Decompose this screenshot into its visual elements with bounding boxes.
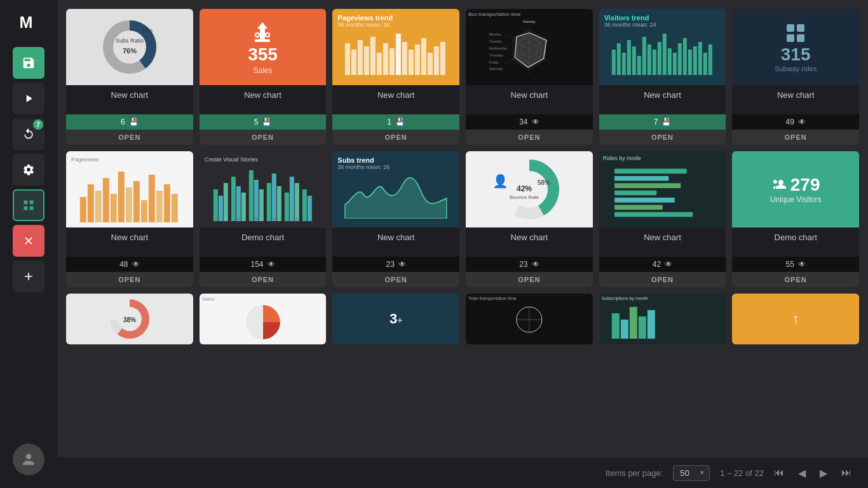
- pagination-last[interactable]: ⏭: [837, 466, 855, 480]
- svg-text:24%: 24%: [141, 27, 153, 34]
- chart-open-2[interactable]: OPEN: [200, 130, 327, 145]
- svg-rect-80: [149, 175, 155, 222]
- chart-open-10[interactable]: OPEN: [466, 272, 593, 287]
- svg-rect-125: [620, 320, 628, 339]
- card3-title: Pageviews trend: [337, 14, 454, 22]
- svg-rect-94: [271, 173, 276, 221]
- svg-rect-73: [95, 191, 102, 222]
- svg-marker-40: [515, 33, 546, 67]
- svg-rect-69: [787, 34, 794, 42]
- sidebar-btn-play[interactable]: [13, 83, 44, 114]
- sidebar-btn-add[interactable]: [13, 261, 44, 292]
- pagination-prev[interactable]: ◀: [794, 466, 810, 480]
- chart-open-1[interactable]: OPEN: [66, 130, 193, 145]
- chart-save-icon-1: 💾: [129, 118, 139, 126]
- chart-view-icon-10: 👁: [532, 260, 539, 269]
- svg-rect-78: [133, 181, 140, 222]
- chart-card-9: Subs trend 36 months mean: 26 New chart …: [332, 151, 459, 287]
- svg-text:Jan: Jan: [215, 217, 220, 220]
- card3-subtitle: 36 months mean: 26: [337, 22, 454, 28]
- chart-stat-num-3: 1: [387, 118, 391, 126]
- chart-open-5[interactable]: OPEN: [599, 130, 726, 145]
- chart-preview-5: Visitors trend 36 months mean: 24: [599, 9, 726, 85]
- pagination-range: 1 – 22 of 22: [720, 468, 764, 478]
- svg-rect-99: [302, 189, 306, 221]
- chart-title-area-2: New chart: [200, 85, 327, 108]
- items-per-page-select[interactable]: 50 25 100: [673, 465, 710, 481]
- card7-title: Pageviews: [71, 156, 188, 163]
- chart-card-5: Visitors trend 36 months mean: 24: [599, 9, 726, 145]
- pagination-first[interactable]: ⏮: [770, 466, 788, 480]
- card6-label: Subway rides: [775, 65, 817, 72]
- chart-stats-3: 1 💾: [332, 114, 459, 130]
- svg-text:Feb: Feb: [234, 217, 240, 220]
- chart-view-icon-11: 👁: [665, 260, 672, 269]
- svg-rect-127: [638, 316, 646, 339]
- chart-card-17: Subscriptions by month: [599, 294, 726, 344]
- chart-title-area-9: New chart: [332, 227, 459, 250]
- svg-rect-113: [614, 183, 681, 188]
- svg-rect-55: [652, 50, 656, 75]
- chart-card-10: 42% Bounce Rate 58% 👤 New chart 23 👁: [466, 151, 593, 287]
- chart-preview-15: 3+: [332, 294, 459, 344]
- items-per-page-label: Items per page:: [606, 468, 663, 478]
- svg-rect-26: [428, 53, 433, 75]
- svg-rect-59: [672, 53, 676, 75]
- sidebar-btn-undo[interactable]: 7: [13, 118, 44, 150]
- chart-open-9[interactable]: OPEN: [332, 272, 459, 287]
- svg-rect-13: [345, 43, 350, 75]
- svg-rect-100: [307, 196, 311, 221]
- chart-open-8[interactable]: OPEN: [200, 272, 327, 287]
- chart-card-14: Sales: [200, 294, 327, 344]
- svg-rect-74: [103, 178, 109, 222]
- svg-rect-51: [632, 46, 635, 75]
- svg-rect-1: [24, 201, 28, 205]
- svg-text:Saturday: Saturday: [489, 67, 503, 71]
- svg-rect-54: [647, 44, 651, 75]
- svg-rect-22: [402, 42, 407, 75]
- chart-name-3: New chart: [339, 90, 453, 100]
- chart-grid-area: Subs Ratio 76% 24% New chart 6 💾 OPEN: [57, 0, 868, 458]
- chart-name-1: New chart: [72, 90, 187, 100]
- chart-preview-7: Pageviews: [66, 151, 193, 227]
- svg-rect-2: [30, 201, 34, 205]
- chart-preview-11: Rides by mode: [599, 151, 726, 227]
- chart-card-3: Pageviews trend 36 months mean: 26: [332, 9, 459, 145]
- sidebar-btn-grid[interactable]: [13, 189, 44, 221]
- chart-card-11: Rides by mode New chart: [599, 151, 726, 287]
- chart-open-3[interactable]: OPEN: [332, 130, 459, 145]
- chart-save-icon-5: 💾: [661, 118, 671, 126]
- svg-rect-10: [255, 39, 270, 42]
- chart-open-7[interactable]: OPEN: [66, 272, 193, 287]
- card16-title: Train transportation time: [468, 296, 590, 301]
- logo: M: [13, 6, 44, 38]
- chart-open-6[interactable]: OPEN: [732, 130, 859, 145]
- chart-open-12[interactable]: OPEN: [732, 272, 859, 287]
- sidebar-btn-settings[interactable]: [13, 154, 44, 186]
- svg-text:42%: 42%: [517, 184, 532, 193]
- svg-text:58%: 58%: [538, 179, 550, 186]
- chart-card-8: Create Visual Stories: [200, 151, 327, 287]
- chart-title-area-8: Demo chart: [200, 227, 327, 250]
- chart-view-icon-12: 👁: [798, 260, 806, 269]
- chart-preview-17: Subscriptions by month: [599, 294, 726, 344]
- svg-rect-21: [396, 34, 401, 75]
- chart-stats-9: 23 👁: [332, 257, 459, 272]
- sidebar: M 7: [0, 0, 57, 488]
- user-avatar[interactable]: [13, 444, 44, 475]
- svg-text:M: M: [20, 13, 33, 31]
- sidebar-btn-save[interactable]: [13, 47, 44, 79]
- chart-preview-6: 315 Subway rides: [732, 9, 859, 85]
- chart-stats-10: 23 👁: [466, 257, 593, 272]
- svg-rect-18: [377, 53, 382, 75]
- sidebar-btn-close[interactable]: [13, 225, 44, 257]
- svg-rect-24: [415, 44, 420, 75]
- svg-rect-72: [88, 184, 94, 222]
- chart-view-icon-6: 👁: [798, 118, 806, 126]
- chart-stat-num-9: 23: [386, 260, 394, 269]
- pagination-next[interactable]: ▶: [816, 466, 831, 480]
- chart-preview-18: ↑: [732, 294, 859, 344]
- chart-open-4[interactable]: OPEN: [466, 130, 593, 145]
- chart-stat-num-8: 154: [250, 260, 263, 269]
- chart-open-11[interactable]: OPEN: [599, 272, 726, 287]
